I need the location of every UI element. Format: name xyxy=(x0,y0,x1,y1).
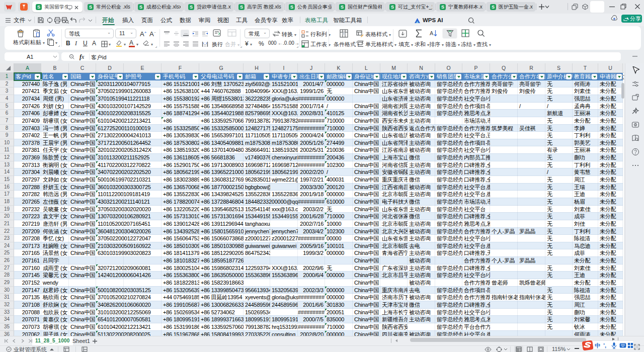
svg-text:A: A xyxy=(430,30,434,36)
